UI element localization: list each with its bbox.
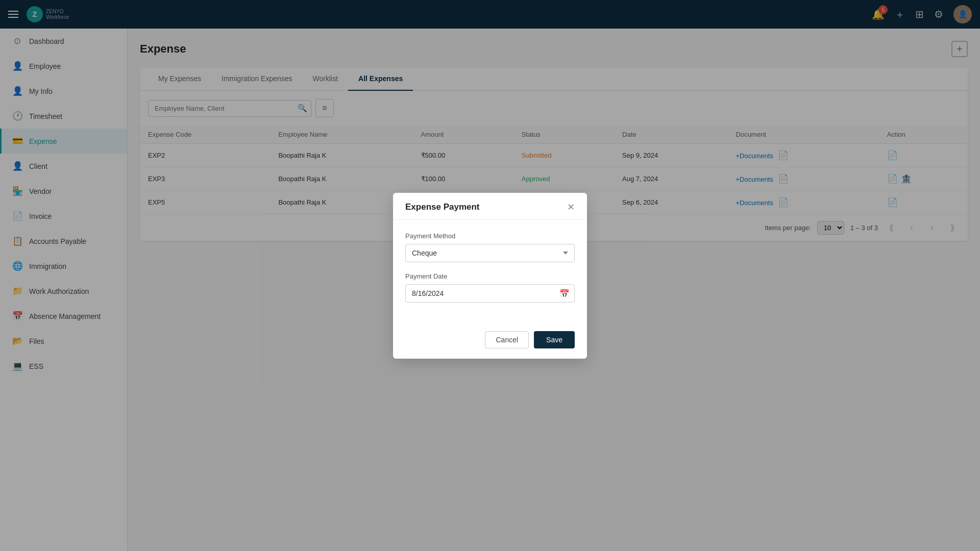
payment-method-select[interactable]: Cheque Bank Transfer Cash Credit Card xyxy=(405,244,575,262)
modal-close-button[interactable]: ✕ xyxy=(567,203,575,212)
payment-method-group: Payment Method Cheque Bank Transfer Cash… xyxy=(405,232,575,262)
cancel-button[interactable]: Cancel xyxy=(485,331,529,348)
modal-footer: Cancel Save xyxy=(393,325,587,359)
payment-date-label: Payment Date xyxy=(405,272,575,280)
modal-body: Payment Method Cheque Bank Transfer Cash… xyxy=(393,220,587,325)
payment-method-label: Payment Method xyxy=(405,232,575,240)
calendar-icon[interactable]: 📅 xyxy=(559,288,570,298)
modal-overlay: Expense Payment ✕ Payment Method Cheque … xyxy=(0,0,980,551)
modal-header: Expense Payment ✕ xyxy=(393,193,587,220)
date-input-wrap: 📅 xyxy=(405,284,575,303)
save-button[interactable]: Save xyxy=(534,331,575,348)
modal-title: Expense Payment xyxy=(405,202,480,212)
payment-date-group: Payment Date 📅 xyxy=(405,272,575,303)
expense-payment-modal: Expense Payment ✕ Payment Method Cheque … xyxy=(393,193,587,359)
payment-date-input[interactable] xyxy=(405,284,575,303)
